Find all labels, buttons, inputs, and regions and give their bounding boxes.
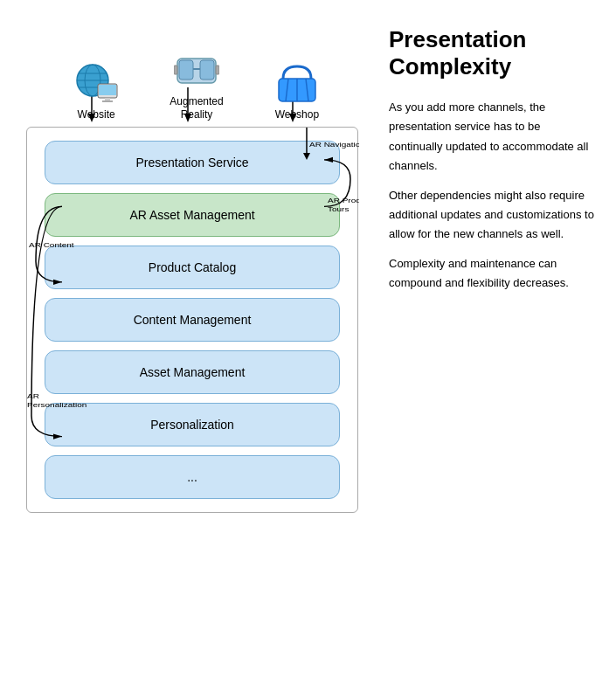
basket-icon <box>274 59 320 105</box>
product-catalog-box: Product Catalog <box>45 246 340 289</box>
section-body: As you add more channels, the presentati… <box>389 98 594 303</box>
webshop-icon-item: Webshop <box>274 59 320 122</box>
more-box: ... <box>45 455 340 499</box>
svg-rect-14 <box>102 100 113 102</box>
body-paragraph-2: Other dependencies might also require ad… <box>389 186 594 244</box>
svg-text:AR: AR <box>27 392 39 400</box>
svg-rect-19 <box>174 66 177 74</box>
website-icon-item: Website <box>73 59 119 122</box>
svg-rect-17 <box>200 60 214 80</box>
ar-glasses-icon <box>174 46 219 92</box>
webshop-label: Webshop <box>275 108 319 122</box>
svg-rect-20 <box>216 66 219 74</box>
content-management-box: Content Management <box>45 298 340 342</box>
svg-rect-13 <box>105 98 110 100</box>
asset-management-box: Asset Management <box>45 350 340 394</box>
svg-rect-16 <box>179 60 193 80</box>
section-title: PresentationComplexity <box>389 26 594 80</box>
personalization-box: Personalization <box>45 403 340 446</box>
architecture-box: AR Navigation AR Product Tours AR Conten… <box>26 127 358 513</box>
globe-icon <box>73 59 119 105</box>
body-paragraph-3: Complexity and maintenance can compound … <box>389 254 594 293</box>
svg-rect-12 <box>99 85 116 95</box>
website-label: Website <box>78 108 115 122</box>
ar-icon-item: AugmentedReality <box>170 46 223 122</box>
body-paragraph-1: As you add more channels, the presentati… <box>389 98 594 175</box>
ar-label: AugmentedReality <box>170 95 223 122</box>
presentation-service-box: Presentation Service <box>45 141 340 184</box>
description-section: PresentationComplexity As you add more c… <box>376 9 607 683</box>
ar-asset-management-box: AR Asset Management <box>45 193 340 237</box>
